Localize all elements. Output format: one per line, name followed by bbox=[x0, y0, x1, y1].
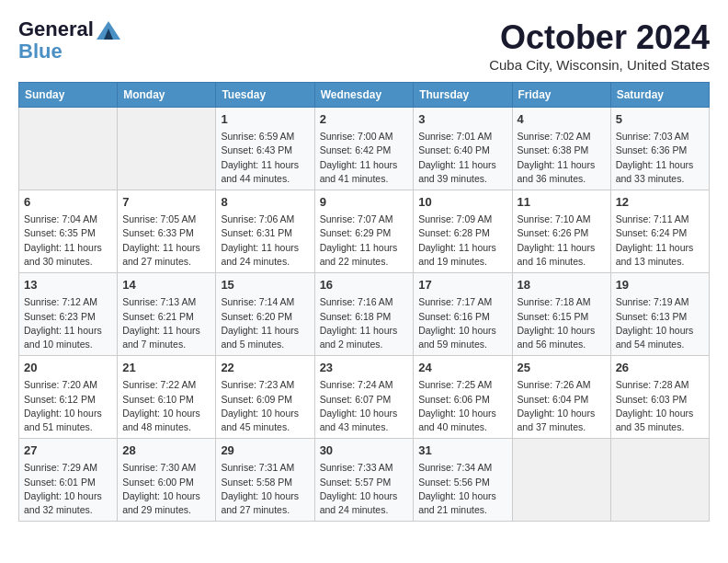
calendar-day-cell: 3Sunrise: 7:01 AMSunset: 6:40 PMDaylight… bbox=[414, 108, 512, 190]
day-number: 12 bbox=[616, 194, 704, 211]
day-info: Sunrise: 7:28 AMSunset: 6:03 PMDaylight:… bbox=[616, 378, 704, 434]
calendar-day-cell: 4Sunrise: 7:02 AMSunset: 6:38 PMDaylight… bbox=[512, 108, 610, 190]
calendar-day-cell: 12Sunrise: 7:11 AMSunset: 6:24 PMDayligh… bbox=[610, 190, 709, 273]
day-info: Sunrise: 7:12 AMSunset: 6:23 PMDaylight:… bbox=[24, 295, 112, 351]
calendar-week-row: 27Sunrise: 7:29 AMSunset: 6:01 PMDayligh… bbox=[19, 439, 710, 522]
title-block: October 2024 Cuba City, Wisconsin, Unite… bbox=[489, 18, 710, 73]
calendar-day-cell: 5Sunrise: 7:03 AMSunset: 6:36 PMDaylight… bbox=[610, 108, 709, 190]
calendar-week-row: 13Sunrise: 7:12 AMSunset: 6:23 PMDayligh… bbox=[19, 273, 710, 356]
day-number: 16 bbox=[320, 277, 409, 293]
day-number: 11 bbox=[518, 194, 606, 211]
calendar-day-cell: 22Sunrise: 7:23 AMSunset: 6:09 PMDayligh… bbox=[216, 356, 314, 439]
day-info: Sunrise: 7:19 AMSunset: 6:13 PMDaylight:… bbox=[616, 295, 704, 351]
day-number: 31 bbox=[418, 442, 506, 459]
day-info: Sunrise: 7:16 AMSunset: 6:18 PMDaylight:… bbox=[320, 295, 409, 351]
day-info: Sunrise: 7:24 AMSunset: 6:07 PMDaylight:… bbox=[320, 378, 409, 434]
month-title: October 2024 bbox=[489, 18, 710, 57]
day-number: 18 bbox=[518, 277, 606, 293]
calendar-day-cell: 21Sunrise: 7:22 AMSunset: 6:10 PMDayligh… bbox=[118, 356, 216, 439]
day-info: Sunrise: 6:59 AMSunset: 6:43 PMDaylight:… bbox=[221, 130, 309, 186]
calendar-day-cell: 18Sunrise: 7:18 AMSunset: 6:15 PMDayligh… bbox=[512, 273, 610, 356]
day-number: 19 bbox=[616, 277, 704, 293]
calendar-day-cell: 13Sunrise: 7:12 AMSunset: 6:23 PMDayligh… bbox=[19, 273, 118, 356]
calendar-day-cell: 2Sunrise: 7:00 AMSunset: 6:42 PMDaylight… bbox=[314, 108, 414, 190]
day-number: 6 bbox=[24, 194, 112, 211]
day-info: Sunrise: 7:13 AMSunset: 6:21 PMDaylight:… bbox=[122, 295, 210, 351]
day-info: Sunrise: 7:20 AMSunset: 6:12 PMDaylight:… bbox=[24, 378, 112, 434]
weekday-header-tuesday: Tuesday bbox=[216, 83, 314, 108]
calendar-week-row: 1Sunrise: 6:59 AMSunset: 6:43 PMDaylight… bbox=[19, 108, 710, 190]
calendar-day-cell: 28Sunrise: 7:30 AMSunset: 6:00 PMDayligh… bbox=[118, 439, 216, 522]
calendar-day-cell bbox=[610, 439, 709, 522]
calendar-day-cell: 26Sunrise: 7:28 AMSunset: 6:03 PMDayligh… bbox=[610, 356, 709, 439]
day-number: 29 bbox=[221, 442, 309, 459]
day-info: Sunrise: 7:33 AMSunset: 5:57 PMDaylight:… bbox=[320, 461, 409, 517]
calendar-day-cell: 20Sunrise: 7:20 AMSunset: 6:12 PMDayligh… bbox=[19, 356, 118, 439]
day-info: Sunrise: 7:03 AMSunset: 6:36 PMDaylight:… bbox=[616, 130, 704, 186]
day-info: Sunrise: 7:17 AMSunset: 6:16 PMDaylight:… bbox=[418, 295, 506, 351]
calendar-day-cell: 31Sunrise: 7:34 AMSunset: 5:56 PMDayligh… bbox=[414, 439, 512, 522]
weekday-header-thursday: Thursday bbox=[414, 83, 512, 108]
calendar-day-cell: 8Sunrise: 7:06 AMSunset: 6:31 PMDaylight… bbox=[216, 190, 314, 273]
calendar-day-cell: 17Sunrise: 7:17 AMSunset: 6:16 PMDayligh… bbox=[414, 273, 512, 356]
day-info: Sunrise: 7:30 AMSunset: 6:00 PMDaylight:… bbox=[122, 461, 210, 517]
logo-blue: Blue bbox=[18, 40, 63, 63]
calendar-day-cell: 23Sunrise: 7:24 AMSunset: 6:07 PMDayligh… bbox=[314, 356, 414, 439]
day-number: 23 bbox=[320, 360, 409, 376]
day-number: 17 bbox=[418, 277, 506, 293]
calendar-day-cell bbox=[118, 108, 216, 190]
day-info: Sunrise: 7:11 AMSunset: 6:24 PMDaylight:… bbox=[616, 213, 704, 269]
day-number: 28 bbox=[122, 442, 210, 459]
weekday-header-monday: Monday bbox=[118, 83, 216, 108]
day-number: 10 bbox=[418, 194, 506, 211]
day-number: 5 bbox=[616, 111, 704, 128]
day-number: 21 bbox=[122, 360, 210, 376]
day-number: 2 bbox=[320, 111, 409, 128]
day-info: Sunrise: 7:29 AMSunset: 6:01 PMDaylight:… bbox=[24, 461, 112, 517]
calendar-day-cell: 6Sunrise: 7:04 AMSunset: 6:35 PMDaylight… bbox=[19, 190, 118, 273]
day-number: 9 bbox=[320, 194, 409, 211]
day-info: Sunrise: 7:34 AMSunset: 5:56 PMDaylight:… bbox=[418, 461, 506, 517]
location-title: Cuba City, Wisconsin, United States bbox=[489, 57, 710, 73]
calendar-day-cell bbox=[19, 108, 118, 190]
day-number: 24 bbox=[418, 360, 506, 376]
day-info: Sunrise: 7:26 AMSunset: 6:04 PMDaylight:… bbox=[518, 378, 606, 434]
day-number: 26 bbox=[616, 360, 704, 376]
day-info: Sunrise: 7:07 AMSunset: 6:29 PMDaylight:… bbox=[320, 213, 409, 269]
day-info: Sunrise: 7:31 AMSunset: 5:58 PMDaylight:… bbox=[221, 461, 309, 517]
day-info: Sunrise: 7:04 AMSunset: 6:35 PMDaylight:… bbox=[24, 213, 112, 269]
weekday-header-row: SundayMondayTuesdayWednesdayThursdayFrid… bbox=[19, 83, 710, 108]
page-header: General Blue October 2024 Cuba City, Wis… bbox=[18, 18, 710, 73]
day-number: 7 bbox=[122, 194, 210, 211]
day-info: Sunrise: 7:23 AMSunset: 6:09 PMDaylight:… bbox=[221, 378, 309, 434]
day-info: Sunrise: 7:00 AMSunset: 6:42 PMDaylight:… bbox=[320, 130, 409, 186]
day-number: 14 bbox=[122, 277, 210, 293]
day-number: 15 bbox=[221, 277, 309, 293]
weekday-header-wednesday: Wednesday bbox=[314, 83, 414, 108]
calendar-day-cell: 30Sunrise: 7:33 AMSunset: 5:57 PMDayligh… bbox=[314, 439, 414, 522]
logo-text: General Blue bbox=[18, 18, 120, 63]
calendar-day-cell: 19Sunrise: 7:19 AMSunset: 6:13 PMDayligh… bbox=[610, 273, 709, 356]
day-number: 25 bbox=[518, 360, 606, 376]
day-info: Sunrise: 7:01 AMSunset: 6:40 PMDaylight:… bbox=[418, 130, 506, 186]
day-number: 22 bbox=[221, 360, 309, 376]
day-info: Sunrise: 7:18 AMSunset: 6:15 PMDaylight:… bbox=[518, 295, 606, 351]
calendar-day-cell: 11Sunrise: 7:10 AMSunset: 6:26 PMDayligh… bbox=[512, 190, 610, 273]
day-number: 4 bbox=[518, 111, 606, 128]
weekday-header-friday: Friday bbox=[512, 83, 610, 108]
logo-icon bbox=[97, 21, 120, 40]
day-info: Sunrise: 7:22 AMSunset: 6:10 PMDaylight:… bbox=[122, 378, 210, 434]
calendar-day-cell bbox=[512, 439, 610, 522]
calendar-day-cell: 7Sunrise: 7:05 AMSunset: 6:33 PMDaylight… bbox=[118, 190, 216, 273]
calendar-day-cell: 27Sunrise: 7:29 AMSunset: 6:01 PMDayligh… bbox=[19, 439, 118, 522]
logo: General Blue bbox=[18, 18, 120, 63]
calendar-day-cell: 24Sunrise: 7:25 AMSunset: 6:06 PMDayligh… bbox=[414, 356, 512, 439]
calendar-table: SundayMondayTuesdayWednesdayThursdayFrid… bbox=[18, 82, 710, 522]
calendar-day-cell: 15Sunrise: 7:14 AMSunset: 6:20 PMDayligh… bbox=[216, 273, 314, 356]
day-number: 20 bbox=[24, 360, 112, 376]
calendar-day-cell: 1Sunrise: 6:59 AMSunset: 6:43 PMDaylight… bbox=[216, 108, 314, 190]
day-info: Sunrise: 7:06 AMSunset: 6:31 PMDaylight:… bbox=[221, 213, 309, 269]
day-info: Sunrise: 7:25 AMSunset: 6:06 PMDaylight:… bbox=[418, 378, 506, 434]
weekday-header-sunday: Sunday bbox=[19, 83, 118, 108]
calendar-day-cell: 10Sunrise: 7:09 AMSunset: 6:28 PMDayligh… bbox=[414, 190, 512, 273]
